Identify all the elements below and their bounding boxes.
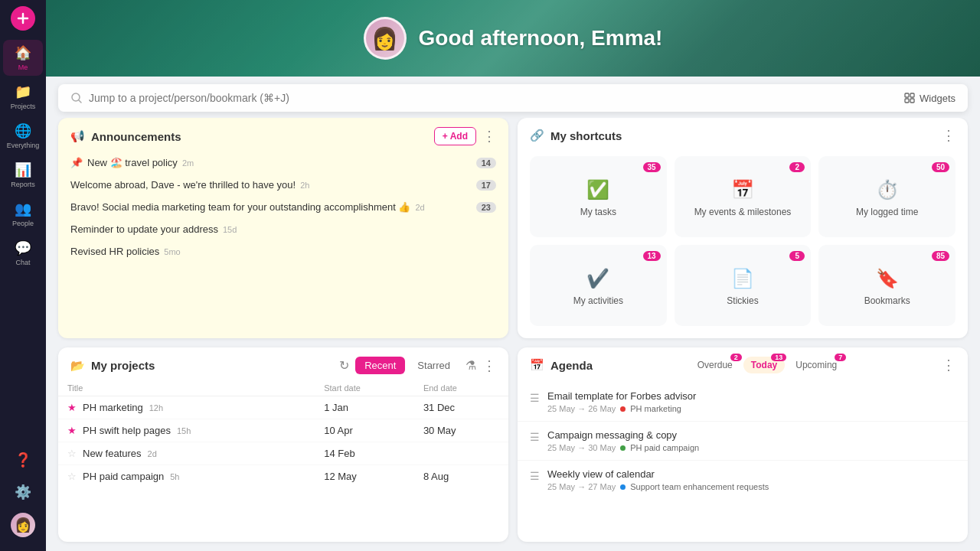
table-row[interactable]: ★ PH swift help pages 15h 10 Apr 30 May (58, 419, 508, 442)
agenda-item[interactable]: ☰ Email template for Forbes advisor 25 M… (518, 383, 968, 422)
star-icon[interactable]: ★ (67, 402, 77, 413)
agenda-item-title: Campaign messaging & copy (547, 429, 956, 441)
shortcuts-title: 🔗 My shortcuts (530, 129, 622, 142)
sidebar: 🏠 Me 📁 Projects 🌐 Everything 📊 Reports 👥… (0, 0, 46, 551)
shortcut-tasks[interactable]: 35 ✅ My tasks (530, 156, 667, 237)
agenda-project: PH paid campaign (630, 443, 699, 452)
agenda-task-icon: ☰ (530, 431, 540, 443)
projects-widget: 📂 My projects ↻ RecentStarred ⚗ ⋮ TitleS… (58, 347, 508, 542)
agenda-header: 📅 Agenda Overdue2Today13Upcoming7 ⋮ (518, 347, 968, 380)
widgets-icon (904, 93, 915, 103)
projects-header: 📂 My projects ↻ RecentStarred ⚗ ⋮ (58, 347, 508, 380)
announcement-text: Revised HR policies (70, 246, 159, 257)
projects-tab-starred[interactable]: Starred (408, 357, 459, 374)
shortcuts-icon: 🔗 (530, 129, 544, 142)
announcements-add-button[interactable]: + Add (434, 127, 476, 145)
table-row[interactable]: ☆ New features 2d 14 Feb (58, 442, 508, 465)
table-row[interactable]: ☆ PH paid campaign 5h 12 May 8 Aug (58, 465, 508, 488)
agenda-dates: 25 May → 26 May (547, 404, 616, 413)
star-icon[interactable]: ☆ (67, 448, 77, 459)
shortcut-activities[interactable]: 13 ✔️ My activities (530, 245, 667, 326)
sidebar-item-me[interactable]: 🏠 Me (3, 40, 43, 76)
announcement-text: Reminder to update your address (70, 223, 218, 235)
star-icon[interactable]: ☆ (67, 471, 77, 482)
sidebar-item-everything[interactable]: 🌐 Everything (3, 118, 43, 154)
agenda-tab-badge: 2 (730, 354, 742, 361)
announcements-title: 📢 Announcements (70, 129, 181, 143)
agenda-widget: 📅 Agenda Overdue2Today13Upcoming7 ⋮ ☰ Em… (518, 347, 968, 542)
svg-rect-3 (905, 99, 909, 103)
agenda-title: 📅 Agenda (530, 358, 593, 372)
project-time: 15h (177, 426, 191, 435)
agenda-item[interactable]: ☰ Campaign messaging & copy 25 May → 30 … (518, 422, 968, 461)
announcement-item[interactable]: Revised HR policies 5mo (64, 240, 502, 262)
shortcuts-more-button[interactable]: ⋮ (942, 127, 956, 144)
sidebar-item-settings[interactable]: ⚙️ (3, 479, 43, 505)
announcement-age: 15d (223, 225, 237, 234)
sidebar-item-projects[interactable]: 📁 Projects (3, 79, 43, 115)
project-name: New features (83, 448, 142, 459)
star-icon[interactable]: ★ (67, 425, 77, 436)
agenda-dot (620, 406, 626, 412)
project-time: 5h (170, 472, 179, 481)
search-input[interactable] (89, 92, 898, 104)
project-end-date: 31 Dec (414, 396, 508, 419)
announcement-age: 2h (300, 181, 309, 190)
agenda-item-meta: 25 May → 26 May PH marketing (547, 404, 956, 413)
announcement-item[interactable]: Welcome abroad, Dave - we're thrilled to… (64, 174, 502, 196)
projects-tab-recent[interactable]: Recent (355, 357, 405, 374)
announcement-count: 14 (476, 158, 496, 168)
hero-greeting: Good afternoon, Emma! (419, 26, 663, 51)
announcements-more-button[interactable]: ⋮ (482, 128, 496, 145)
shortcut-stickies[interactable]: 5 📄 Stickies (675, 245, 812, 326)
sidebar-item-reports[interactable]: 📊 Reports (3, 157, 43, 193)
shortcut-icon: 📅 (731, 179, 754, 201)
announcement-item[interactable]: Reminder to update your address 15d (64, 218, 502, 240)
announcements-widget: 📢 Announcements + Add ⋮ 📌 New 🏖️ travel … (58, 118, 508, 338)
projects-column-header: Start date (315, 380, 414, 396)
agenda-item[interactable]: ☰ Weekly view of calendar 25 May → 27 Ma… (518, 461, 968, 499)
svg-rect-1 (905, 93, 909, 97)
table-row[interactable]: ★ PH marketing 12h 1 Jan 31 Dec (58, 396, 508, 419)
add-button[interactable] (11, 6, 35, 31)
announcement-count: 17 (476, 180, 496, 191)
agenda-tab-overdue[interactable]: Overdue2 (690, 357, 740, 373)
main-content: 👩 Good afternoon, Emma! Widgets (46, 0, 980, 551)
search-container: Widgets (46, 77, 980, 118)
shortcut-icon: ⏱️ (876, 179, 899, 201)
agenda-dates: 25 May → 30 May (547, 443, 616, 452)
projects-table: TitleStart dateEnd date ★ PH marketing 1… (58, 380, 508, 542)
projects-icon: 📁 (15, 83, 31, 100)
sidebar-item-chat[interactable]: 💬 Chat (3, 235, 43, 271)
agenda-more-button[interactable]: ⋮ (942, 357, 956, 373)
announcement-age: 2d (415, 203, 424, 212)
dashboard: 📢 Announcements + Add ⋮ 📌 New 🏖️ travel … (46, 118, 980, 551)
refresh-button[interactable]: ↻ (339, 358, 349, 373)
project-start-date: 14 Feb (315, 442, 414, 465)
project-name: PH swift help pages (83, 425, 171, 436)
shortcut-badge: 50 (932, 162, 949, 172)
widgets-button[interactable]: Widgets (904, 93, 956, 104)
svg-rect-2 (910, 93, 914, 97)
agenda-tab-today[interactable]: Today13 (743, 357, 785, 373)
shortcut-bookmarks[interactable]: 85 🔖 Bookmarks (818, 245, 956, 326)
hero-avatar: 👩 (364, 17, 407, 60)
announcement-item[interactable]: Bravo! Social media marketing team for y… (64, 196, 502, 218)
agenda-item-meta: 25 May → 30 May PH paid campaign (547, 443, 956, 452)
shortcut-icon: 🔖 (876, 268, 899, 289)
projects-more-button[interactable]: ⋮ (482, 357, 496, 374)
agenda-project: PH marketing (630, 404, 681, 413)
sidebar-item-help[interactable]: ❓ (3, 447, 43, 473)
agenda-dot (620, 484, 626, 490)
shortcut-badge: 35 (643, 162, 661, 172)
shortcut-icon: ✔️ (586, 268, 609, 289)
announcement-item[interactable]: 📌 New 🏖️ travel policy 2m 14 (64, 152, 502, 174)
announcement-text: Welcome abroad, Dave - we're thrilled to… (70, 179, 296, 191)
filter-button[interactable]: ⚗ (466, 358, 476, 373)
sidebar-avatar[interactable]: 👩 (3, 511, 43, 539)
shortcut-events[interactable]: 2 📅 My events & milestones (675, 156, 812, 237)
sidebar-item-people[interactable]: 👥 People (3, 196, 43, 232)
shortcut-logged_time[interactable]: 50 ⏱️ My logged time (818, 156, 956, 237)
agenda-tab-badge: 7 (835, 354, 846, 361)
agenda-tab-upcoming[interactable]: Upcoming7 (788, 357, 844, 373)
